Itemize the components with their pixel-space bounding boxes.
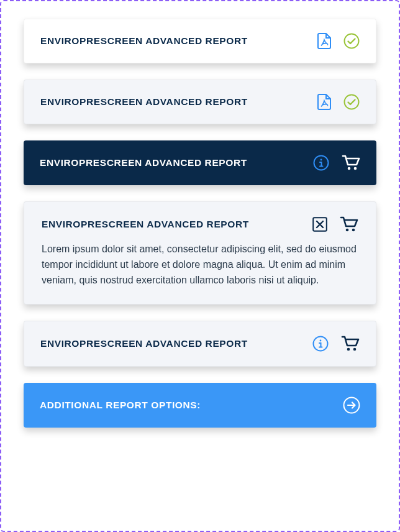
report-title: ENVIROPRESCREEN ADVANCED REPORT	[40, 35, 248, 47]
pdf-icon[interactable]	[317, 94, 331, 110]
report-card[interactable]: ENVIROPRESCREEN ADVANCED REPORT	[24, 140, 376, 185]
report-title: ENVIROPRESCREEN ADVANCED REPORT	[42, 219, 249, 230]
report-card[interactable]: ENVIROPRESCREEN ADVANCED REPORT	[24, 80, 376, 124]
svg-point-0	[345, 34, 359, 48]
close-icon[interactable]	[312, 217, 327, 232]
svg-point-4	[348, 167, 351, 170]
card-actions	[312, 335, 360, 352]
report-title: ENVIROPRESCREEN ADVANCED REPORT	[40, 157, 247, 168]
svg-point-8	[352, 229, 355, 232]
check-circle-icon	[343, 94, 360, 110]
pdf-icon[interactable]	[317, 33, 331, 49]
cart-icon[interactable]	[340, 216, 358, 233]
cart-icon[interactable]	[341, 335, 360, 352]
svg-point-12	[353, 348, 357, 351]
additional-options-label: ADDITIONAL REPORT OPTIONS:	[40, 400, 201, 411]
report-title: ENVIROPRESCREEN ADVANCED REPORT	[40, 96, 248, 108]
cart-icon[interactable]	[342, 154, 360, 172]
info-icon[interactable]	[313, 155, 329, 171]
card-actions	[317, 33, 360, 49]
card-actions	[312, 216, 358, 233]
additional-options-button[interactable]: ADDITIONAL REPORT OPTIONS:	[24, 383, 376, 428]
info-icon[interactable]	[312, 336, 329, 352]
card-actions	[313, 154, 360, 172]
svg-point-3	[320, 159, 322, 161]
svg-point-10	[320, 340, 322, 342]
svg-point-11	[347, 348, 350, 351]
card-actions	[317, 94, 360, 110]
svg-point-5	[354, 167, 357, 170]
arrow-right-circle-icon	[343, 397, 360, 414]
report-card-header: ENVIROPRESCREEN ADVANCED REPORT	[42, 216, 358, 233]
svg-point-7	[346, 229, 349, 232]
svg-point-1	[345, 95, 359, 109]
report-list-frame: ENVIROPRESCREEN ADVANCED REPORT ENVIROPR…	[0, 0, 400, 532]
report-description: Lorem ipsum dolor sit amet, consectetur …	[42, 242, 358, 288]
report-card-expanded: ENVIROPRESCREEN ADVANCED REPORT	[24, 201, 376, 305]
check-circle-icon	[343, 33, 360, 49]
report-title: ENVIROPRESCREEN ADVANCED REPORT	[40, 338, 248, 349]
report-card[interactable]: ENVIROPRESCREEN ADVANCED REPORT	[24, 321, 376, 367]
report-card[interactable]: ENVIROPRESCREEN ADVANCED REPORT	[24, 19, 376, 63]
